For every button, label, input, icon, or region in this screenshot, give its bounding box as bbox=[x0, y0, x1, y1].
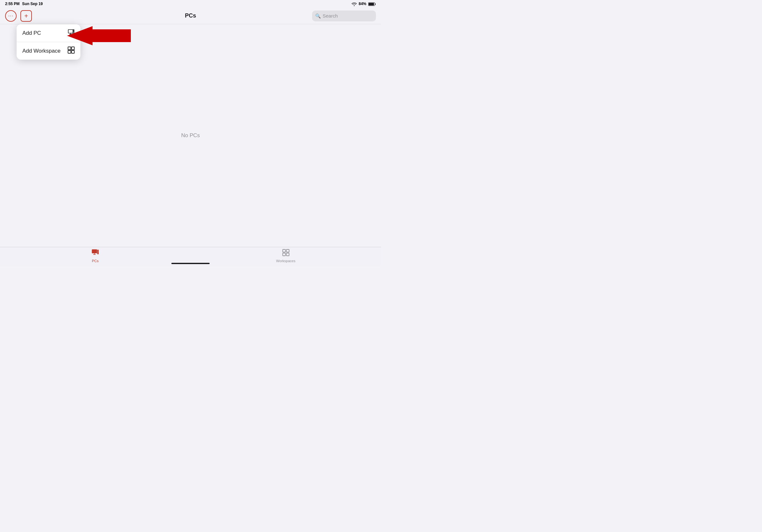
add-pc-label: Add PC bbox=[22, 30, 41, 36]
nav-bar: ··· + PCs 🔍 Search bbox=[0, 8, 381, 24]
wifi-icon bbox=[352, 2, 357, 6]
status-left: 2:55 PM Sun Sep 19 bbox=[5, 2, 43, 6]
svg-rect-18 bbox=[283, 249, 286, 252]
svg-rect-19 bbox=[286, 249, 289, 252]
home-indicator bbox=[171, 263, 210, 264]
nav-left: ··· + bbox=[5, 10, 32, 22]
search-bar[interactable]: 🔍 Search bbox=[312, 11, 376, 21]
svg-rect-12 bbox=[71, 50, 74, 53]
workspaces-tab-icon bbox=[282, 249, 289, 258]
workspaces-tab-label: Workspaces bbox=[276, 259, 295, 263]
svg-rect-11 bbox=[68, 50, 71, 53]
pcs-tab-label: PCs bbox=[92, 259, 99, 263]
svg-rect-9 bbox=[68, 47, 71, 50]
battery-percentage: 84% bbox=[359, 2, 366, 6]
svg-rect-17 bbox=[97, 250, 99, 254]
status-bar: 2:55 PM Sun Sep 19 84% bbox=[0, 0, 381, 8]
battery-icon bbox=[368, 2, 376, 6]
workspace-icon bbox=[68, 46, 75, 55]
pcs-tab-icon bbox=[92, 249, 99, 258]
svg-rect-10 bbox=[71, 47, 74, 50]
svg-rect-21 bbox=[286, 253, 289, 256]
svg-rect-14 bbox=[92, 249, 97, 253]
svg-rect-2 bbox=[369, 3, 374, 5]
plus-icon: + bbox=[24, 13, 28, 19]
svg-rect-20 bbox=[283, 253, 286, 256]
status-time: 2:55 PM bbox=[5, 2, 20, 6]
svg-rect-1 bbox=[375, 3, 376, 5]
search-placeholder: Search bbox=[323, 13, 338, 19]
tab-pcs[interactable]: PCs bbox=[0, 249, 190, 263]
status-right: 84% bbox=[352, 2, 376, 6]
red-arrow-annotation bbox=[67, 26, 131, 46]
svg-marker-13 bbox=[67, 26, 131, 45]
page-title: PCs bbox=[185, 13, 196, 19]
empty-state-label: No PCs bbox=[181, 132, 200, 139]
add-workspace-label: Add Workspace bbox=[22, 48, 61, 54]
ellipsis-button[interactable]: ··· bbox=[5, 10, 17, 22]
status-date: Sun Sep 19 bbox=[22, 2, 43, 6]
tab-workspaces[interactable]: Workspaces bbox=[190, 249, 381, 263]
ellipsis-icon: ··· bbox=[8, 13, 13, 19]
search-icon: 🔍 bbox=[315, 13, 321, 19]
add-button[interactable]: + bbox=[21, 10, 32, 22]
